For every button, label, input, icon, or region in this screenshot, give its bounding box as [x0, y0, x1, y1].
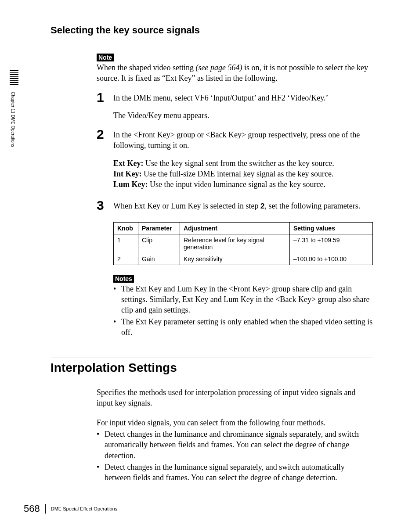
th-parameter: Parameter — [138, 222, 180, 234]
cell-adj: Key sensitivity — [180, 253, 290, 265]
page-reference-link[interactable]: (see page 564) — [195, 63, 242, 72]
note-badge: Note — [97, 54, 114, 61]
section2-body: Specifies the methods used for interpola… — [97, 387, 373, 483]
step-2-text: In the <Front Key> group or <Back Key> g… — [113, 129, 373, 151]
step-body: In the <Front Key> group or <Back Key> g… — [113, 129, 373, 198]
step-1-text: In the DME menu, select VF6 ‘Input/Outpu… — [113, 93, 373, 103]
step-body: In the DME menu, select VF6 ‘Input/Outpu… — [113, 93, 373, 128]
def-text: Use the full-size DME internal key signa… — [142, 169, 334, 178]
section2-lead: For input video signals, you can select … — [97, 417, 373, 428]
def-intkey: Int Key: Use the full-size DME internal … — [113, 169, 373, 179]
parameter-table: Knob Parameter Adjustment Setting values… — [113, 222, 373, 265]
table-row: 2 Gain Key sensitivity –100.00 to +100.0… — [114, 253, 373, 265]
def-lumkey: Lum Key: Use the input video luminance s… — [113, 179, 373, 190]
section2-intro: Specifies the methods used for interpola… — [97, 387, 373, 409]
list-item: The Ext Key parameter setting is only en… — [113, 316, 373, 338]
step-body: When Ext Key or Lum Key is selected in s… — [113, 201, 373, 219]
notes-badge: Notes — [113, 275, 134, 283]
page-footer: 568 DME Special Effect Operations — [24, 503, 117, 514]
def-label: Ext Key: — [113, 159, 143, 168]
page-number: 568 — [24, 503, 40, 514]
step-3-table-wrap: Knob Parameter Adjustment Setting values… — [113, 222, 373, 338]
step-number: 2 — [97, 128, 113, 198]
list-item: Detect changes in the luminance signal s… — [97, 462, 373, 483]
step-3: 3 When Ext Key or Lum Key is selected in… — [97, 201, 373, 219]
step-ref-2: 2 — [260, 202, 264, 210]
step-1-result: The Video/Key menu appears. — [113, 110, 373, 121]
steps-block: 1 In the DME menu, select VF6 ‘Input/Out… — [97, 93, 373, 338]
section-divider — [51, 357, 373, 357]
cell-set: –7.31 to +109.59 — [290, 234, 373, 253]
cell-set: –100.00 to +100.00 — [290, 253, 373, 265]
note-part-a: When the shaped video setting — [97, 63, 195, 72]
section2-bullets: Detect changes in the luminance and chro… — [97, 429, 373, 483]
def-label: Int Key: — [113, 169, 142, 178]
step-3-c: , set the following parameters. — [264, 201, 360, 210]
footer-divider — [45, 504, 46, 514]
th-adjustment: Adjustment — [180, 222, 290, 234]
section-heading: Interpolation Settings — [51, 361, 373, 375]
list-item: Detect changes in the luminance and chro… — [97, 429, 373, 461]
step-number: 3 — [97, 199, 113, 219]
subsection-heading: Selecting the key source signals — [51, 25, 373, 36]
cell-knob: 2 — [114, 253, 138, 265]
cell-adj: Reference level for key signal generatio… — [180, 234, 290, 253]
step-3-text: When Ext Key or Lum Key is selected in s… — [113, 201, 373, 212]
table-row: 1 Clip Reference level for key signal ge… — [114, 234, 373, 253]
cell-param: Clip — [138, 234, 180, 253]
notes-list: The Ext Key and Lum Key in the <Front Ke… — [113, 284, 373, 338]
def-text: Use the input video luminance signal as … — [148, 180, 325, 189]
cell-knob: 1 — [114, 234, 138, 253]
def-label: Lum Key: — [113, 180, 148, 189]
th-setting-values: Setting values — [290, 222, 373, 234]
list-item: The Ext Key and Lum Key in the <Front Ke… — [113, 284, 373, 316]
page-content: Selecting the key source signals Note Wh… — [0, 0, 419, 501]
th-knob: Knob — [114, 222, 138, 234]
table-header-row: Knob Parameter Adjustment Setting values — [114, 222, 373, 234]
footer-title: DME Special Effect Operations — [51, 506, 117, 511]
note-text: When the shaped video setting (see page … — [97, 62, 373, 84]
content-inner: Note When the shaped video setting (see … — [97, 54, 373, 84]
cell-param: Gain — [138, 253, 180, 265]
def-extkey: Ext Key: Use the key signal sent from th… — [113, 158, 373, 169]
def-text: Use the key signal sent from the switche… — [143, 159, 334, 168]
step-2: 2 In the <Front Key> group or <Back Key>… — [97, 129, 373, 198]
step-1: 1 In the DME menu, select VF6 ‘Input/Out… — [97, 93, 373, 128]
step-3-a: When Ext Key or Lum Key is selected in s… — [113, 201, 260, 210]
step-number: 1 — [97, 91, 113, 128]
